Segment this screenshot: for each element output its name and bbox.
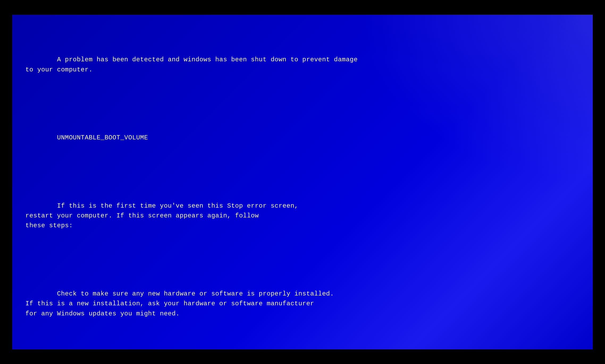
intro-section: A problem has been detected and windows … (26, 45, 580, 84)
paragraph2-section: Check to make sure any new hardware or s… (26, 279, 580, 328)
monitor: A problem has been detected and windows … (0, 0, 605, 364)
p1-line2: restart your computer. If this screen ap… (26, 212, 259, 219)
p2-line1: Check to make sure any new hardware or s… (57, 290, 334, 297)
bsod-screen: A problem has been detected and windows … (12, 15, 593, 349)
p1-line1: If this is the first time you've seen th… (57, 202, 299, 209)
bsod-content: A problem has been detected and windows … (26, 25, 580, 349)
paragraph1-section: If this is the first time you've seen th… (26, 191, 580, 241)
error-code: UNMOUNTABLE_BOOT_VOLUME (57, 134, 148, 141)
p2-line2: If this is a new installation, ask your … (26, 300, 314, 307)
intro-line2: to your computer. (26, 66, 93, 73)
p1-line3: these steps: (26, 222, 73, 229)
error-code-section: UNMOUNTABLE_BOOT_VOLUME (26, 123, 580, 153)
p2-line3: for any Windows updates you might need. (26, 310, 180, 317)
intro-line1: A problem has been detected and windows … (57, 56, 358, 63)
